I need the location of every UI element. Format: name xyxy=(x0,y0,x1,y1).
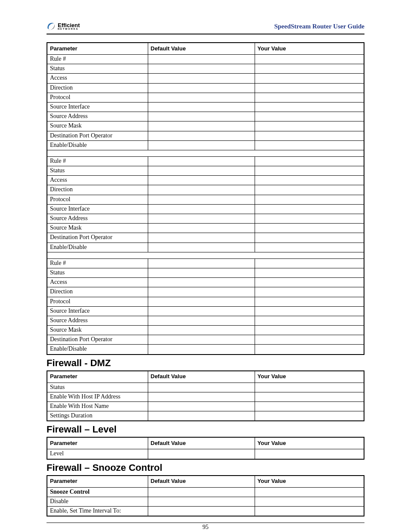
cell-your-value xyxy=(255,233,364,243)
cell-your-value xyxy=(255,224,364,233)
cell-parameter: Protocol xyxy=(47,297,148,306)
snooze-table: Parameter Default Value Your Value Snooz… xyxy=(47,475,364,517)
table-row: Source Mask xyxy=(47,224,364,233)
col-your-value: Your Value xyxy=(255,43,364,55)
footer-rule xyxy=(47,523,364,523)
table-row: Source Address xyxy=(47,316,364,325)
table-header-row: Parameter Default Value Your Value xyxy=(47,371,364,383)
level-table: Parameter Default Value Your Value Level xyxy=(47,437,364,459)
table-row: Source Interface xyxy=(47,204,364,214)
cell-your-value xyxy=(255,345,364,355)
brand-logo: Efficient NETWORKS xyxy=(47,22,80,31)
col-parameter: Parameter xyxy=(47,371,148,383)
cell-your-value xyxy=(255,297,364,306)
cell-parameter: Source Mask xyxy=(47,224,148,233)
cell-default-value xyxy=(148,411,255,421)
cell-parameter: Protocol xyxy=(47,195,148,204)
cell-your-value xyxy=(255,140,364,150)
table-row: Direction xyxy=(47,83,364,93)
dmz-table: Parameter Default Value Your Value Statu… xyxy=(47,370,364,422)
cell-your-value xyxy=(255,55,364,64)
cell-your-value xyxy=(255,131,364,140)
cell-default-value xyxy=(148,392,255,401)
table-row: Enable/Disable xyxy=(47,140,364,150)
table-row: Snooze Control xyxy=(47,487,364,497)
cell-parameter: Rule # xyxy=(47,258,148,268)
cell-default-value xyxy=(148,64,255,74)
cell-your-value xyxy=(255,411,364,421)
table-row: Source Address xyxy=(47,112,364,121)
table-row: Status xyxy=(47,383,364,392)
table-row: Rule # xyxy=(47,258,364,268)
cell-parameter: Destination Port Operator xyxy=(47,233,148,243)
col-default-value: Default Value xyxy=(148,371,255,383)
col-your-value: Your Value xyxy=(255,371,364,383)
cell-default-value xyxy=(148,102,255,112)
cell-default-value xyxy=(148,335,255,345)
table-header-row: Parameter Default Value Your Value xyxy=(47,476,364,488)
cell-your-value xyxy=(255,287,364,297)
cell-parameter: Snooze Control xyxy=(47,487,148,497)
table-row: Enable/Disable xyxy=(47,345,364,355)
cell-default-value xyxy=(148,156,255,166)
cell-parameter: Source Address xyxy=(47,112,148,121)
cell-your-value xyxy=(255,497,364,506)
cell-default-value xyxy=(148,449,255,459)
cell-parameter: Enable/Disable xyxy=(47,345,148,355)
table-header-row: Parameter Default Value Your Value xyxy=(47,43,364,55)
col-your-value: Your Value xyxy=(255,476,364,488)
cell-parameter: Destination Port Operator xyxy=(47,335,148,345)
cell-default-value xyxy=(148,131,255,140)
cell-default-value xyxy=(148,326,255,335)
cell-default-value xyxy=(148,140,255,150)
cell-default-value xyxy=(148,402,255,411)
cell-parameter: Source Address xyxy=(47,214,148,224)
table-row: Enable With Host Name xyxy=(47,402,364,411)
table-row: Source Mask xyxy=(47,326,364,335)
col-parameter: Parameter xyxy=(47,437,148,449)
table-row: Enable/Disable xyxy=(47,243,364,252)
cell-parameter: Access xyxy=(47,74,148,83)
table-row: Protocol xyxy=(47,195,364,204)
cell-parameter: Level xyxy=(47,449,148,459)
table-row: Rule # xyxy=(47,156,364,166)
cell-default-value xyxy=(148,497,255,506)
table-row: Destination Port Operator xyxy=(47,131,364,140)
table-row: Destination Port Operator xyxy=(47,335,364,345)
cell-your-value xyxy=(255,506,364,516)
heading-dmz: Firewall - DMZ xyxy=(47,358,364,369)
logo-sub-text: NETWORKS xyxy=(58,28,80,31)
table-row: Source Address xyxy=(47,214,364,224)
cell-parameter: Direction xyxy=(47,287,148,297)
cell-parameter: Enable/Disable xyxy=(47,140,148,150)
cell-parameter: Source Mask xyxy=(47,121,148,131)
cell-your-value xyxy=(255,383,364,392)
cell-parameter: Access xyxy=(47,278,148,287)
cell-your-value xyxy=(255,316,364,325)
cell-your-value xyxy=(255,83,364,93)
cell-default-value xyxy=(148,287,255,297)
cell-default-value xyxy=(148,316,255,325)
cell-parameter: Source Interface xyxy=(47,102,148,112)
cell-your-value xyxy=(255,166,364,176)
cell-your-value xyxy=(255,449,364,459)
cell-default-value xyxy=(148,121,255,131)
cell-parameter: Enable With Host Name xyxy=(47,402,148,411)
cell-default-value xyxy=(148,224,255,233)
table-row: Enable With Host IP Address xyxy=(47,392,364,401)
cell-your-value xyxy=(255,392,364,401)
heading-level: Firewall – Level xyxy=(47,424,364,435)
table-row: Enable, Set Time Interval To: xyxy=(47,506,364,516)
table-row: Source Interface xyxy=(47,102,364,112)
cell-your-value xyxy=(255,487,364,497)
table-row: Source Interface xyxy=(47,306,364,316)
cell-default-value xyxy=(148,166,255,176)
cell-parameter: Direction xyxy=(47,83,148,93)
cell-parameter: Source Interface xyxy=(47,204,148,214)
cell-your-value xyxy=(255,268,364,277)
cell-your-value xyxy=(255,258,364,268)
cell-your-value xyxy=(255,74,364,83)
cell-default-value xyxy=(148,278,255,287)
cell-parameter: Rule # xyxy=(47,156,148,166)
col-parameter: Parameter xyxy=(47,476,148,488)
